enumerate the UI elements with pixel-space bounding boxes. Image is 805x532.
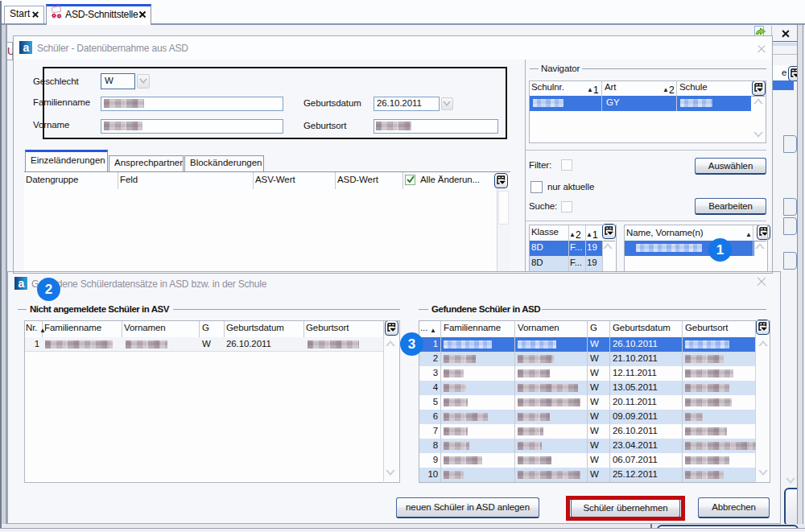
svg-text:a: a [19,277,25,290]
svg-text:a: a [23,41,30,54]
